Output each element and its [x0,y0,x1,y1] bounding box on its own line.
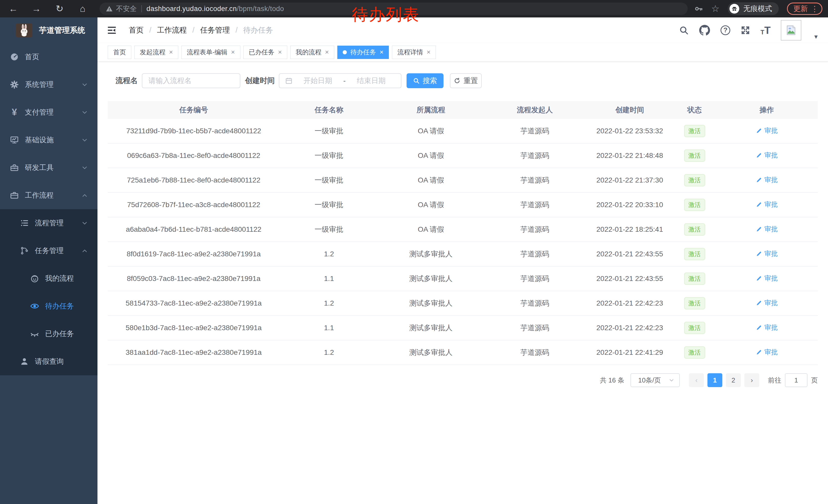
table-row: 75d72608-7b7f-11ec-a3c8-acde48001122一级审批… [108,193,818,217]
eye-icon [29,302,41,311]
update-label[interactable]: 更新 [793,4,808,13]
tab-close-icon[interactable]: × [278,48,282,56]
font-size-icon[interactable]: TT [760,25,771,35]
process-cell: 测试多审批人 [378,348,484,357]
browser-reload-icon[interactable]: ↻ [54,3,65,14]
approve-button[interactable]: 审批 [756,348,778,357]
tab-close-icon[interactable]: × [231,48,235,56]
task-name-cell: 一级审批 [280,200,378,210]
tab-label: 首页 [113,48,126,56]
status-badge: 激活 [684,223,705,236]
sidebar-item-label: 支付管理 [25,107,54,117]
approve-label: 审批 [764,348,778,357]
approve-button[interactable]: 审批 [756,274,778,283]
process-name-input[interactable]: 请输入流程名 [142,73,240,88]
goto-page-input[interactable]: 1 [785,373,808,387]
avatar[interactable] [781,20,801,41]
column-header-task-name: 任务名称 [280,105,378,115]
sidebar-item-label: 研发工具 [25,163,54,173]
breadcrumb-home[interactable]: 首页 [129,25,143,35]
fullscreen-icon[interactable] [741,26,750,35]
tab-home[interactable]: 首页 [108,46,131,59]
sidebar-logo-row[interactable]: 芋道管理系统 [0,17,97,43]
end-date-placeholder[interactable]: 结束日期 [347,76,395,86]
sidebar-item-todo-tasks[interactable]: 待办任务 [0,292,97,320]
sidebar-item-workflow[interactable]: 工作流程 [0,182,97,209]
search-icon[interactable] [679,26,689,35]
pencil-icon [756,349,762,356]
sidebar-item-task-management[interactable]: 任务管理 [0,237,97,265]
security-label[interactable]: 不安全 [116,4,137,13]
approve-label: 审批 [764,126,778,135]
prev-page-button[interactable]: ‹ [689,373,704,387]
sidebar-item-my-process[interactable]: 我的流程 [0,265,97,292]
start-date-placeholder[interactable]: 开始日期 [294,76,342,86]
process-cell: 测试多审批人 [378,249,484,259]
avatar-caret-down-icon[interactable]: ▼ [813,34,819,40]
tab-close-icon[interactable]: × [325,48,329,56]
sidebar-submenu: 流程管理任务管理我的流程待办任务已办任务请假查询 [0,209,97,375]
approve-button[interactable]: 审批 [756,151,778,160]
browser-update-button[interactable]: 更新 ⋮ [787,3,822,15]
browser-menu-dots-icon[interactable]: ⋮ [811,4,819,13]
tab-close-icon[interactable]: × [426,48,430,56]
approve-label: 审批 [764,323,778,332]
approve-button[interactable]: 审批 [756,299,778,307]
status-badge: 激活 [684,174,705,187]
date-range-separator: - [342,77,347,85]
page-size-select[interactable]: 10条/页 [630,373,680,387]
page-button-2[interactable]: 2 [726,373,741,387]
task-name-cell: 一级审批 [280,151,378,161]
date-range-input[interactable]: 开始日期 - 结束日期 [279,73,402,88]
help-icon[interactable]: ? [720,26,730,35]
reset-button[interactable]: 重置 [450,73,482,88]
tab-todo-tasks[interactable]: 待办任务× [337,46,389,59]
filter-bar: 流程名 请输入流程名 创建时间 开始日期 - 结束日期 搜索 [108,73,818,88]
sidebar: 芋道管理系统 首页系统管理¥支付管理基础设施研发工具工作流程 流程管理任务管理我… [0,17,97,504]
task-id-cell: 8f059c03-7ac8-11ec-a9e2-a2380e71991a [108,275,280,283]
browser-home-icon[interactable]: ⌂ [77,3,88,14]
browser-back-icon[interactable]: ← [8,3,19,14]
approve-button[interactable]: 审批 [756,126,778,135]
approve-button[interactable]: 审批 [756,323,778,332]
approve-button[interactable]: 审批 [756,200,778,209]
browser-forward-icon[interactable]: → [31,3,42,14]
page-button-1[interactable]: 1 [707,373,722,387]
key-icon[interactable] [694,4,703,13]
sidebar-collapse-icon[interactable] [107,25,117,35]
pencil-icon [756,152,762,159]
chevron-down-icon [81,164,88,171]
chevron-down-icon [81,220,88,227]
tab-label: 发起流程 [140,48,165,56]
breadcrumb-task-management[interactable]: 任务管理 [200,25,230,35]
tab-close-icon[interactable]: × [169,48,173,56]
table-row: 580e1b3d-7ac8-11ec-a9e2-a2380e71991a1.1测… [108,316,818,340]
security-warning-icon[interactable] [106,5,113,12]
sidebar-item-infrastructure[interactable]: 基础设施 [0,126,97,154]
sidebar-item-dev-tools[interactable]: 研发工具 [0,154,97,182]
sidebar-item-home[interactable]: 首页 [0,43,97,71]
goto-label: 前往 [768,376,781,385]
tab-process-detail[interactable]: 流程详情× [392,46,436,59]
tab-my-process[interactable]: 我的流程× [290,46,334,59]
tab-initiate-process[interactable]: 发起流程× [134,46,178,59]
breadcrumb-workflow[interactable]: 工作流程 [157,25,187,35]
tab-process-form-edit[interactable]: 流程表单-编辑× [181,46,240,59]
approve-button[interactable]: 审批 [756,225,778,234]
bookmark-star-icon[interactable]: ☆ [711,3,719,14]
table-row: 73211d9d-7b9b-11ec-b5b7-acde48001122一级审批… [108,119,818,144]
github-icon[interactable] [699,25,710,36]
sidebar-item-payment-management[interactable]: ¥支付管理 [0,98,97,126]
tab-close-icon[interactable]: × [380,48,383,56]
approve-button[interactable]: 审批 [756,175,778,184]
sidebar-item-leave-query[interactable]: 请假查询 [0,348,97,375]
search-button[interactable]: 搜索 [407,73,444,88]
tab-done-tasks[interactable]: 已办任务× [243,46,287,59]
approve-button[interactable]: 审批 [756,249,778,258]
sidebar-item-system-management[interactable]: 系统管理 [0,71,97,98]
address-bar[interactable]: 不安全 dashboard.yudao.iocoder.cn/bpm/task/… [99,3,688,15]
sidebar-item-done-tasks[interactable]: 已办任务 [0,320,97,348]
todo-task-table: 任务编号任务名称所属流程流程发起人创建时间状态操作 73211d9d-7b9b-… [108,101,818,365]
sidebar-item-process-management[interactable]: 流程管理 [0,209,97,237]
next-page-button[interactable]: › [744,373,759,387]
